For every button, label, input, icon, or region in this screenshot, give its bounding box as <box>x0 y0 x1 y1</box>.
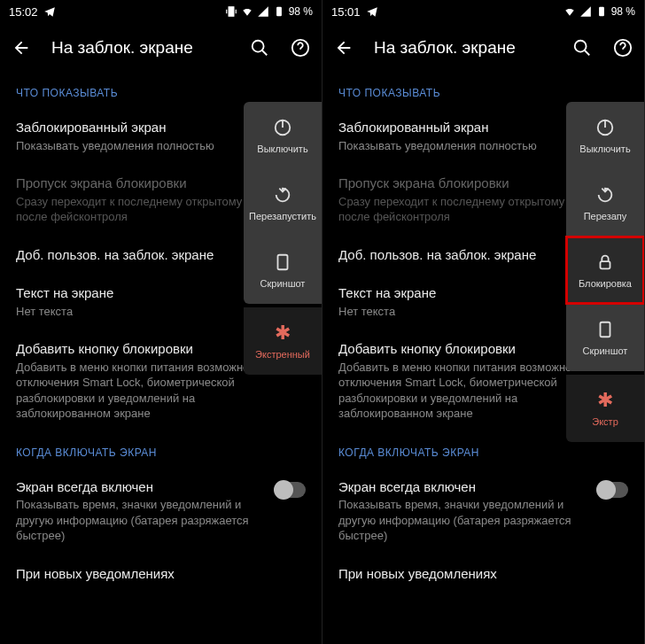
battery-icon <box>595 5 608 18</box>
svg-rect-5 <box>599 7 604 17</box>
section-header-when: КОГДА ВКЛЮЧАТЬ ЭКРАН <box>16 432 306 468</box>
status-time: 15:02 <box>9 5 38 19</box>
power-off-button[interactable]: Выключить <box>244 102 322 169</box>
back-button[interactable] <box>11 37 32 58</box>
power-lockdown-button[interactable]: Блокировка <box>566 237 644 304</box>
search-button[interactable] <box>249 37 270 58</box>
power-label: Экстренный <box>255 349 310 360</box>
power-label: Выключить <box>579 144 630 154</box>
app-bar: На заблок. экране <box>322 23 644 73</box>
power-label: Перезапу <box>584 211 627 221</box>
phone-right: 15:01 98 % На заблок. экране ЧТО ПОКАЗЫВ… <box>322 0 645 644</box>
status-time: 15:01 <box>331 5 361 19</box>
page-title: На заблок. экране <box>51 38 229 58</box>
page-title: На заблок. экране <box>374 38 552 58</box>
telegram-icon <box>43 5 56 18</box>
status-bar: 15:01 98 % <box>322 0 644 23</box>
search-button[interactable] <box>571 37 593 58</box>
app-bar: На заблок. экране <box>0 23 322 73</box>
power-screenshot-button[interactable]: Скриншот <box>566 304 644 371</box>
power-menu: Выключить Перезапу Блокировка Скриншот ✱… <box>566 102 644 442</box>
power-restart-button[interactable]: Перезапу <box>566 169 644 237</box>
power-emergency-button[interactable]: ✱ Экстр <box>566 375 644 442</box>
toggle-always-on[interactable] <box>598 482 628 498</box>
power-label: Скриншот <box>260 278 306 289</box>
setting-new-notifications[interactable]: При новых уведомлениях <box>16 555 306 594</box>
telegram-icon <box>366 5 378 18</box>
power-menu: Выключить Перезапустить Скриншот ✱ Экстр… <box>244 102 322 375</box>
svg-rect-0 <box>276 7 282 17</box>
power-label: Экстр <box>592 416 618 427</box>
svg-point-6 <box>575 41 587 52</box>
signal-icon <box>257 5 269 18</box>
battery-icon <box>273 5 285 18</box>
wifi-icon <box>563 5 576 18</box>
power-off-button[interactable]: Выключить <box>566 102 644 169</box>
setting-title: Экран всегда включен <box>16 478 267 496</box>
back-button[interactable] <box>333 37 354 58</box>
signal-icon <box>579 5 592 18</box>
setting-always-on[interactable]: Экран всегда включен Показывать время, з… <box>16 468 306 555</box>
setting-title: Добавить кнопку блокировки <box>16 340 267 358</box>
asterisk-icon: ✱ <box>275 323 291 343</box>
svg-rect-4 <box>278 254 288 269</box>
wifi-icon <box>241 5 253 18</box>
setting-sub: Добавить в меню кнопки питания возможнос… <box>16 360 267 422</box>
phone-left: 15:02 98 % На заблок. экране ЧТО ПОКАЗЫВ… <box>0 0 322 644</box>
setting-sub: Добавить в меню кнопки питания возможнос… <box>338 360 589 422</box>
svg-rect-10 <box>601 322 610 337</box>
battery-text: 98 % <box>611 5 635 18</box>
power-label: Перезапустить <box>249 211 316 221</box>
vibrate-icon <box>225 5 237 18</box>
power-label: Скриншот <box>583 345 628 356</box>
svg-point-1 <box>253 41 264 52</box>
battery-text: 98 % <box>289 5 313 18</box>
toggle-always-on[interactable] <box>276 482 306 498</box>
power-restart-button[interactable]: Перезапустить <box>244 169 322 237</box>
power-label: Выключить <box>257 144 307 154</box>
asterisk-icon: ✱ <box>597 391 613 410</box>
setting-new-notifications[interactable]: При новых уведомлениях <box>338 555 628 594</box>
setting-sub: Показывать время, значки уведомлений и д… <box>16 497 267 544</box>
setting-title: При новых уведомлениях <box>338 565 628 583</box>
help-button[interactable] <box>290 37 311 58</box>
status-bar: 15:02 98 % <box>0 0 322 23</box>
setting-title: Экран всегда включен <box>338 478 589 496</box>
setting-sub: Показывать время, значки уведомлений и д… <box>338 497 589 544</box>
help-button[interactable] <box>612 37 633 58</box>
power-screenshot-button[interactable]: Скриншот <box>244 237 322 304</box>
setting-title: Добавить кнопку блокировки <box>338 340 589 358</box>
setting-always-on[interactable]: Экран всегда включен Показывать время, з… <box>338 468 628 555</box>
power-emergency-button[interactable]: ✱ Экстренный <box>244 307 322 375</box>
setting-title: При новых уведомлениях <box>16 565 306 583</box>
svg-rect-9 <box>601 261 610 268</box>
power-label: Блокировка <box>579 278 632 289</box>
